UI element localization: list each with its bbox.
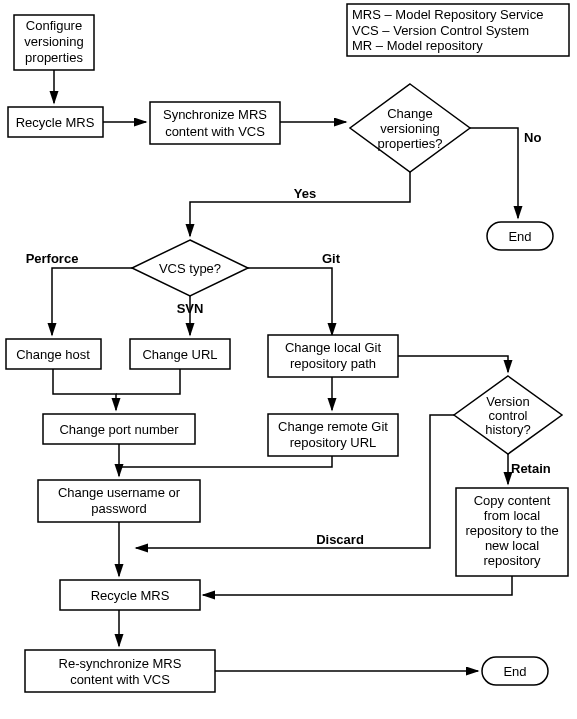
flowchart-diagram: MRS – Model Repository Service VCS – Ver…: [0, 0, 577, 719]
legend-line-3: MR – Model repository: [352, 38, 483, 53]
legend-line-1: MRS – Model Repository Service: [352, 7, 543, 22]
svg-text:password: password: [91, 501, 147, 516]
svg-text:versioning: versioning: [24, 34, 83, 49]
label-perforce: Perforce: [26, 251, 79, 266]
node-end-1: End: [487, 222, 553, 250]
node-change-remote-git: Change remote Git repository URL: [268, 414, 398, 456]
svg-text:Configure: Configure: [26, 18, 82, 33]
svg-text:Version: Version: [486, 394, 529, 409]
label-git: Git: [322, 251, 341, 266]
node-recycle-mrs-2: Recycle MRS: [60, 580, 200, 610]
svg-text:properties?: properties?: [377, 136, 442, 151]
legend-box: MRS – Model Repository Service VCS – Ver…: [347, 4, 569, 56]
svg-text:Change username or: Change username or: [58, 485, 181, 500]
svg-text:Change local Git: Change local Git: [285, 340, 381, 355]
svg-text:repository URL: repository URL: [290, 435, 377, 450]
svg-text:from local: from local: [484, 508, 540, 523]
svg-text:history?: history?: [485, 422, 531, 437]
svg-text:content with VCS: content with VCS: [70, 672, 170, 687]
node-change-host: Change host: [6, 339, 101, 369]
label-no: No: [524, 130, 541, 145]
svg-text:repository: repository: [483, 553, 541, 568]
svg-text:control: control: [488, 408, 527, 423]
svg-text:Re-synchronize MRS: Re-synchronize MRS: [59, 656, 182, 671]
svg-text:Synchronize MRS: Synchronize MRS: [163, 107, 267, 122]
svg-text:Change host: Change host: [16, 347, 90, 362]
svg-text:Recycle MRS: Recycle MRS: [16, 115, 95, 130]
node-change-local-git: Change local Git repository path: [268, 335, 398, 377]
label-retain: Retain: [511, 461, 551, 476]
node-q-history: Version control history?: [454, 376, 562, 454]
svg-text:End: End: [503, 664, 526, 679]
legend-line-2: VCS – Version Control System: [352, 23, 529, 38]
node-change-url: Change URL: [130, 339, 230, 369]
node-q-vcs-type: VCS type?: [132, 240, 248, 296]
svg-text:End: End: [508, 229, 531, 244]
svg-text:properties: properties: [25, 50, 83, 65]
label-svn: SVN: [177, 301, 204, 316]
svg-text:Copy content: Copy content: [474, 493, 551, 508]
svg-text:content with VCS: content with VCS: [165, 124, 265, 139]
svg-text:Change port number: Change port number: [59, 422, 179, 437]
node-resync: Re-synchronize MRS content with VCS: [25, 650, 215, 692]
node-change-port: Change port number: [43, 414, 195, 444]
node-configure: Configure versioning properties: [14, 15, 94, 70]
svg-text:Change: Change: [387, 106, 433, 121]
svg-text:Recycle MRS: Recycle MRS: [91, 588, 170, 603]
label-yes: Yes: [294, 186, 316, 201]
svg-text:Change URL: Change URL: [142, 347, 217, 362]
svg-text:repository path: repository path: [290, 356, 376, 371]
node-copy-content: Copy content from local repository to th…: [456, 488, 568, 576]
node-q-change-properties: Change versioning properties?: [350, 84, 470, 172]
node-sync: Synchronize MRS content with VCS: [150, 102, 280, 144]
svg-text:repository to the: repository to the: [465, 523, 558, 538]
svg-text:versioning: versioning: [380, 121, 439, 136]
svg-text:Change remote Git: Change remote Git: [278, 419, 388, 434]
svg-text:new local: new local: [485, 538, 539, 553]
node-recycle-mrs-1: Recycle MRS: [8, 107, 103, 137]
label-discard: Discard: [316, 532, 364, 547]
node-change-user: Change username or password: [38, 480, 200, 522]
svg-text:VCS type?: VCS type?: [159, 261, 221, 276]
node-end-2: End: [482, 657, 548, 685]
